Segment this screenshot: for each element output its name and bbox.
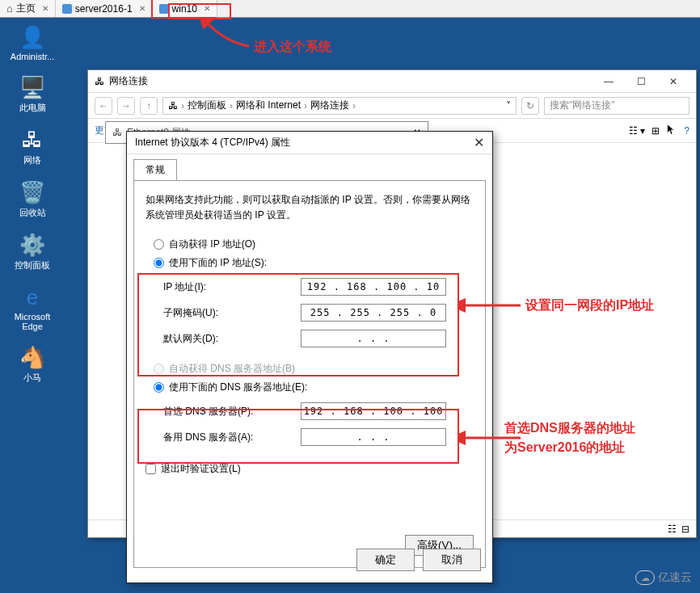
- annotation-dns2: 为Server2016的地址: [504, 439, 625, 456]
- ok-button[interactable]: 确定: [356, 549, 415, 571]
- label: Microsoft Edge: [8, 312, 57, 331]
- annotation-ip: 设置同一网段的IP地址: [525, 297, 654, 314]
- home-icon: ⌂: [6, 2, 13, 15]
- network-icon: 🖧: [19, 127, 45, 153]
- cancel-button[interactable]: 取消: [423, 549, 481, 571]
- nav-back-button[interactable]: ←: [95, 97, 112, 115]
- close-icon[interactable]: ✕: [42, 4, 48, 13]
- auto-dns-radio: [154, 364, 164, 374]
- watermark-text: 亿速云: [658, 570, 692, 585]
- dialog-titlebar: Internet 协议版本 4 (TCP/IPv4) 属性 ✕: [127, 132, 492, 154]
- annotation-enter: 进入这个系统: [254, 39, 331, 56]
- close-icon[interactable]: ✕: [139, 4, 145, 13]
- desktop-icon-xiaoma[interactable]: 🐴小马: [8, 344, 57, 384]
- pc-icon: 🖥️: [19, 74, 45, 100]
- subnet-mask-input[interactable]: 255 . 255 . 255 . 0: [301, 304, 446, 322]
- close-button[interactable]: ✕: [474, 135, 484, 150]
- view-icon[interactable]: ⊟: [681, 524, 689, 535]
- label: 控制面板: [15, 259, 50, 271]
- recycle-icon: 🗑️: [19, 179, 45, 205]
- view-list-icon[interactable]: ☷ ▾: [629, 125, 645, 137]
- refresh-button[interactable]: ↻: [521, 97, 539, 115]
- auto-ip-label: 自动获得 IP 地址(O): [169, 238, 255, 251]
- subnet-label: 子网掩码(U):: [163, 306, 301, 320]
- help-icon[interactable]: ?: [684, 125, 689, 137]
- nav-forward-button[interactable]: →: [117, 97, 135, 115]
- tab-row: 常规: [127, 154, 492, 180]
- preferred-dns-input[interactable]: 192 . 168 . 100 . 100: [301, 402, 446, 420]
- view-icon[interactable]: ☷: [668, 524, 677, 535]
- label: 回收站: [19, 207, 46, 219]
- tab-home-label: 主页: [16, 2, 36, 15]
- nav-up-button[interactable]: ↑: [140, 97, 158, 115]
- cloud-icon: ☁: [635, 570, 655, 585]
- annotation-dns1: 首选DNS服务器的地址: [504, 420, 635, 437]
- nav-bar: ← → ↑ 🖧 › 控制面板 › 网络和 Internet › 网络连接 › ˅…: [88, 93, 696, 119]
- description-text: 如果网络支持此功能，则可以获取自动指派的 IP 设置。否则，你需要从网络系统管理…: [145, 192, 474, 223]
- desktop-icon-admin[interactable]: 👤Administr...: [8, 24, 57, 61]
- desktop-icon-recycle[interactable]: 🗑️回收站: [8, 179, 57, 219]
- titlebar: 🖧 网络连接 — ☐ ✕: [88, 70, 696, 93]
- validate-label: 退出时验证设置(L): [161, 462, 241, 476]
- ip-radio-group: 自动获得 IP 地址(O) 使用下面的 IP 地址(S):: [154, 238, 474, 270]
- gateway-label: 默认网关(D):: [163, 332, 301, 346]
- app-icon: 🐴: [19, 344, 45, 370]
- auto-ip-radio[interactable]: [154, 239, 164, 250]
- close-button[interactable]: ✕: [657, 73, 689, 90]
- maximize-button[interactable]: ☐: [625, 73, 657, 90]
- dns1-label: 首选 DNS 服务器(P):: [163, 405, 301, 418]
- use-ip-radio[interactable]: [154, 258, 164, 268]
- crumb[interactable]: 控制面板: [188, 99, 226, 112]
- view-detail-icon[interactable]: ⊞: [652, 125, 660, 137]
- label: 小马: [23, 372, 41, 384]
- label: 网络: [23, 154, 41, 166]
- dns-radio-group: 自动获得 DNS 服务器地址(B) 使用下面的 DNS 服务器地址(E):: [154, 362, 474, 394]
- minimize-button[interactable]: —: [592, 73, 625, 90]
- monitor-icon: [159, 4, 169, 14]
- desktop-icons: 👤Administr... 🖥️此电脑 🖧网络 🗑️回收站 ⚙️控制面板 eMi…: [8, 24, 57, 384]
- watermark: ☁ 亿速云: [635, 570, 692, 585]
- desktop-icon-network[interactable]: 🖧网络: [8, 127, 57, 166]
- ip-fields: IP 地址(I):192 . 168 . 100 . 10 子网掩码(U):25…: [163, 278, 474, 347]
- auto-dns-label: 自动获得 DNS 服务器地址(B): [169, 362, 295, 376]
- tab-win10[interactable]: win10 ✕: [151, 0, 217, 19]
- use-ip-label: 使用下面的 IP 地址(S):: [169, 256, 267, 270]
- tab-general[interactable]: 常规: [133, 159, 177, 180]
- label: 此电脑: [19, 102, 46, 114]
- control-panel-icon: ⚙️: [19, 232, 45, 258]
- desktop-icon-edge[interactable]: eMicrosoft Edge: [8, 284, 57, 331]
- dialog-body: 如果网络支持此功能，则可以获取自动指派的 IP 设置。否则，你需要从网络系统管理…: [133, 180, 486, 568]
- label: Administr...: [11, 52, 54, 61]
- adapter-icon: 🖧: [112, 127, 122, 138]
- close-icon[interactable]: ✕: [204, 4, 210, 13]
- vm-tab-bar: ⌂ 主页 ✕ server2016-1 ✕ win10 ✕: [0, 0, 700, 18]
- user-icon: 👤: [19, 24, 45, 50]
- desktop-icon-control[interactable]: ⚙️控制面板: [8, 232, 57, 271]
- alternate-dns-input[interactable]: . . .: [301, 428, 446, 446]
- dns2-label: 备用 DNS 服务器(A):: [163, 431, 301, 444]
- window-title: 网络连接: [109, 74, 148, 88]
- dialog-title: Internet 协议版本 4 (TCP/IPv4) 属性: [135, 136, 290, 149]
- tab-home[interactable]: ⌂ 主页 ✕: [0, 0, 56, 17]
- dns-fields: 首选 DNS 服务器(P):192 . 168 . 100 . 100 备用 D…: [163, 402, 474, 446]
- tab-server2016[interactable]: server2016-1 ✕: [56, 0, 153, 17]
- edge-icon: e: [19, 284, 45, 310]
- network-icon: 🖧: [95, 76, 104, 87]
- ipv4-properties-dialog: Internet 协议版本 4 (TCP/IPv4) 属性 ✕ 常规 如果网络支…: [126, 131, 493, 583]
- validate-checkbox[interactable]: [145, 464, 156, 474]
- crumb[interactable]: 网络和 Internet: [236, 99, 301, 112]
- dialog-buttons: 确定 取消: [356, 549, 481, 571]
- use-dns-radio[interactable]: [154, 382, 164, 393]
- monitor-icon: [62, 4, 72, 14]
- search-input[interactable]: 搜索"网络连接": [544, 97, 689, 115]
- crumb[interactable]: 网络连接: [310, 99, 349, 112]
- ip-address-label: IP 地址(I):: [163, 280, 301, 294]
- desktop-icon-pc[interactable]: 🖥️此电脑: [8, 74, 57, 114]
- tab-win10-label: win10: [172, 3, 197, 15]
- use-dns-label: 使用下面的 DNS 服务器地址(E):: [169, 381, 307, 394]
- gateway-input[interactable]: . . .: [301, 330, 446, 347]
- ip-address-input[interactable]: 192 . 168 . 100 . 10: [301, 278, 446, 296]
- breadcrumb[interactable]: 🖧 › 控制面板 › 网络和 Internet › 网络连接 › ˅: [162, 97, 517, 115]
- folder-icon: 🖧: [168, 100, 178, 111]
- cursor-icon: [666, 124, 677, 137]
